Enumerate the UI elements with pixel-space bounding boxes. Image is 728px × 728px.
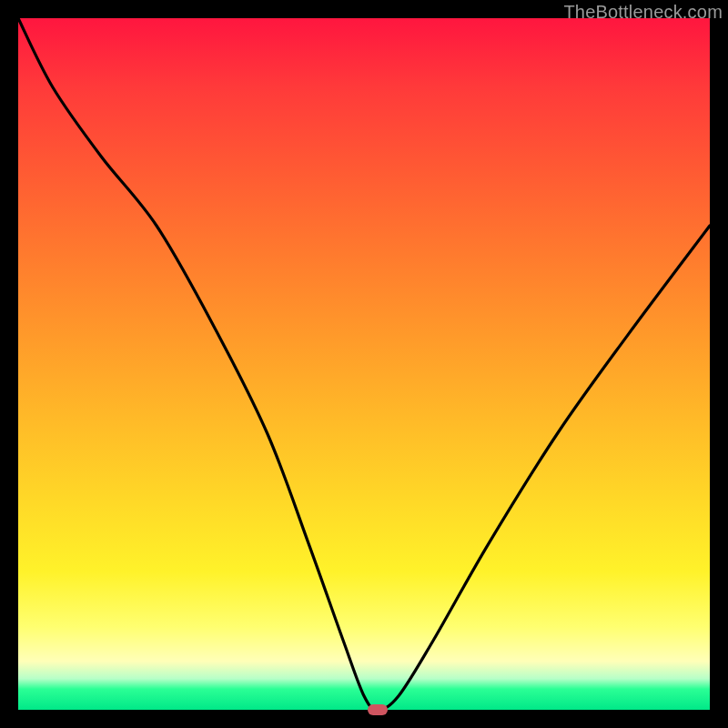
minimum-marker <box>368 704 388 715</box>
chart-frame <box>18 18 710 710</box>
plot-area <box>18 18 710 710</box>
bottleneck-curve <box>18 18 710 710</box>
